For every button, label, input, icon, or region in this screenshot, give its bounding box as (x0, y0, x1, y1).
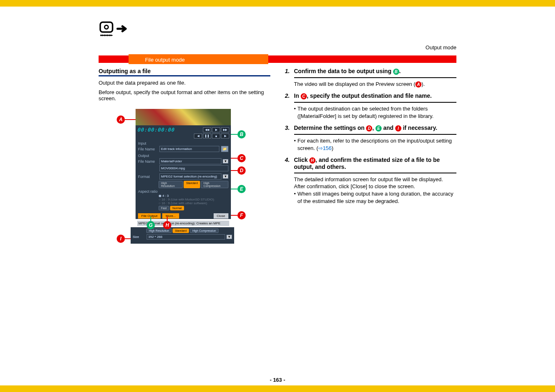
format-dropdown[interactable]: MPEG2 format selection (re-encoding) (159, 173, 221, 180)
input-filename-label: File Name (138, 147, 158, 151)
callout-a: A (117, 115, 125, 124)
size-label: Size (133, 235, 145, 239)
callout-b: B (237, 130, 246, 138)
step-back-button[interactable]: ◀ (194, 134, 202, 138)
more-button[interactable]: More... (162, 213, 179, 219)
callout-c: C (237, 154, 246, 162)
step3-title: Determine the settings on D, E and I if … (294, 125, 457, 131)
step2-num: 2. (285, 92, 292, 99)
timecode: 00:00:00:00 (137, 127, 174, 133)
step-fwd-button[interactable]: ▶ (221, 134, 229, 138)
hicomp-pill[interactable]: High Compression (201, 181, 228, 188)
step3-body: •For each item, refer to the description… (294, 137, 457, 152)
preview-area (136, 109, 231, 125)
step1-body: The video will be displayed on the Previ… (294, 81, 457, 88)
top-right-label: Output mode (426, 44, 456, 51)
badge-d-icon: D (366, 125, 372, 131)
badge-a-icon: A (415, 81, 421, 88)
file-output-button[interactable]: File Output (138, 213, 161, 219)
hires-pill[interactable]: High Resolution (159, 181, 183, 188)
callout-i: I (117, 235, 125, 243)
browse-folder-icon[interactable]: 📁 (221, 146, 228, 152)
rewind-button[interactable]: ◀◀ (203, 127, 211, 132)
step2-title: In C, specify the output destination and… (294, 92, 457, 99)
callout-d: D (237, 166, 246, 175)
pause-button[interactable]: ❚❚ (203, 134, 211, 138)
aspect-169b-radio[interactable]: ○ 16 : 9 (Use with other software) (136, 201, 231, 205)
play-button[interactable]: ▶ (212, 127, 220, 132)
callout-g: G (147, 221, 155, 229)
dropdown-arrow-icon[interactable]: ▼ (223, 159, 228, 164)
step4-num: 4. (285, 157, 292, 170)
badge-h-icon: H (309, 157, 315, 164)
dropdown-arrow-icon[interactable]: ▼ (226, 235, 232, 239)
badge-b-icon: B (393, 69, 399, 75)
svg-rect-0 (100, 22, 113, 32)
output-folder-dropdown[interactable]: MaterialFolder (159, 158, 221, 164)
right-column: 1. Confirm the data to be output using B… (285, 68, 457, 290)
format-label: Format (138, 175, 158, 179)
dropdown-arrow-icon[interactable]: ▼ (223, 174, 228, 179)
callout-f: F (237, 211, 246, 219)
svg-point-1 (105, 25, 108, 29)
badge-c-icon: C (301, 93, 307, 99)
stop-button[interactable]: ■ (212, 134, 220, 138)
device-to-pc-icon (99, 21, 132, 42)
forward-button[interactable]: ▶▶ (221, 127, 229, 132)
output-filename-label: File Name (138, 159, 158, 164)
size-snippet: High Resolution Standard High Compressio… (131, 227, 234, 244)
standard-pill-2[interactable]: Standard (173, 228, 189, 233)
input-section-label: Input (136, 140, 231, 145)
aspect-169a-radio[interactable]: ○ 16 : 9 (Use with MotionSD STUDIO) (136, 198, 231, 201)
intro-p2: Before output, specify the output format… (99, 89, 270, 101)
fast-pill[interactable]: Fast (159, 206, 169, 210)
close-button[interactable]: Close (214, 213, 228, 219)
callout-h: H (163, 221, 171, 229)
step2-body: •The output destination can be selected … (294, 105, 457, 120)
badge-i-icon: I (395, 125, 401, 131)
title-bar: File output mode (99, 55, 456, 63)
step1-num: 1. (285, 68, 292, 75)
standard-pill[interactable]: Standard (184, 181, 200, 188)
step4-body: The detailed information screen for outp… (294, 176, 457, 205)
size-dropdown[interactable]: 352 * 288 (147, 234, 225, 240)
app-screenshot: 00:00:00:00 ◀◀ ▶ ▶▶ ◀ ❚❚ ■ ▶ (136, 109, 231, 219)
figure-region: 00:00:00:00 ◀◀ ▶ ▶▶ ◀ ❚❚ ■ ▶ (99, 109, 270, 290)
section-heading: Outputting as a file (99, 68, 270, 74)
left-column: Outputting as a file Output the data pre… (99, 68, 270, 290)
aspect-43-radio[interactable]: ◉ 4 : 3 (136, 194, 231, 198)
page-link[interactable]: ⇨156 (318, 145, 332, 151)
callout-e: E (237, 185, 246, 193)
input-filename-field[interactable]: Edit track information (159, 146, 219, 152)
output-section-label: Output (136, 152, 231, 158)
intro-p1: Output the data prepared as one file. (99, 80, 270, 86)
step1-title: Confirm the data to be output using B. (294, 68, 457, 75)
hicomp-pill-2[interactable]: High Compression (190, 228, 219, 233)
title-bar-label: File output mode (145, 55, 185, 64)
aspect-label: Aspect ratio (138, 189, 158, 194)
badge-e-icon: E (375, 125, 382, 131)
step4-title: Click H, and confirm the estimated size … (294, 157, 457, 170)
page-number: - 163 - (0, 377, 555, 383)
output-filename-field[interactable]: MOV00004.mpg (159, 165, 228, 171)
step3-num: 3. (285, 125, 292, 131)
normal-pill[interactable]: Normal (170, 206, 184, 210)
